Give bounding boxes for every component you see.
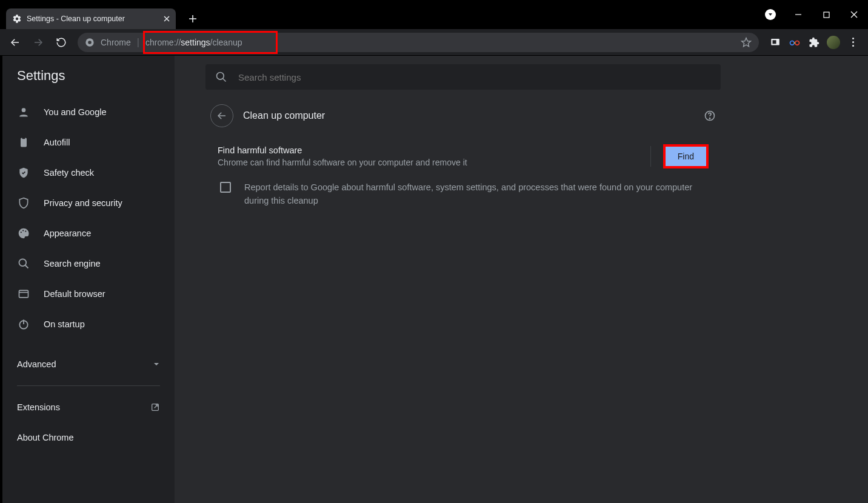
sidebar-item-autofill[interactable]: Autofill [2,127,175,158]
palette-icon [17,227,30,240]
sidebar-item-search-engine[interactable]: Search engine [2,248,175,279]
svg-point-23 [25,231,26,232]
panel-back-button[interactable] [210,104,233,127]
address-bar[interactable]: Chrome | chrome://settings/cleanup [78,33,759,52]
search-icon [215,71,227,83]
sidebar-advanced-toggle[interactable]: Advanced [2,349,175,379]
report-checkbox[interactable] [220,182,231,193]
svg-point-18 [22,108,26,112]
cleanup-panel: Clean up computer Find harmful software … [205,90,721,220]
sidebar-item-label: Default browser [44,289,105,299]
search-icon [17,257,30,270]
find-harmful-subtitle: Chrome can find harmful software on your… [218,158,638,167]
nav-forward-button[interactable] [28,32,48,53]
person-icon [17,105,30,119]
gear-icon [12,14,22,24]
clipboard-icon [17,136,30,149]
tab-title: Settings - Clean up computer [27,15,159,23]
page-content: Settings You and Google Autofill Safety … [0,56,868,503]
browser-tab[interactable]: Settings - Clean up computer [6,8,176,29]
chrome-icon [85,38,95,47]
find-harmful-title: Find harmful software [218,145,638,155]
tab-close-button[interactable] [164,16,170,22]
svg-point-35 [709,118,710,119]
find-button[interactable]: Find [666,147,706,166]
svg-rect-26 [19,290,28,298]
reload-button[interactable] [51,32,72,53]
profile-avatar[interactable] [827,36,840,49]
settings-search-input[interactable] [238,72,711,82]
sidebar-item-on-startup[interactable]: On startup [2,309,175,339]
sidebar-item-default-browser[interactable]: Default browser [2,279,175,309]
sidebar-item-label: You and Google [44,107,106,117]
maximize-button[interactable] [812,5,840,24]
nav-back-button[interactable] [5,32,25,53]
browser-toolbar: Chrome | chrome://settings/cleanup [0,29,868,56]
reader-icon[interactable] [769,36,782,49]
extension-icons [765,36,863,49]
svg-point-24 [19,259,27,267]
sidebar-item-label: On startup [44,319,85,329]
sidebar-item-label: Privacy and security [44,198,122,208]
chrome-menu-button[interactable] [846,38,860,47]
close-window-button[interactable] [840,5,868,24]
svg-point-22 [22,230,24,231]
svg-rect-19 [21,138,27,147]
chevron-down-icon [153,361,160,368]
settings-sidebar: Settings You and Google Autofill Safety … [2,56,175,503]
help-button[interactable] [704,110,716,122]
svg-rect-5 [824,12,829,18]
report-checkbox-label: Report details to Google about harmful s… [244,181,706,208]
svg-line-32 [223,79,226,82]
omnibox-chip: Chrome [101,38,131,47]
svg-point-11 [88,41,92,44]
svg-point-15 [790,41,795,45]
tab-search-button[interactable] [756,5,784,24]
settings-search[interactable] [205,64,721,90]
settings-brand: Settings [2,56,175,93]
open-external-icon [150,402,160,412]
window-titlebar: Settings - Clean up computer [0,0,868,29]
find-button-highlight: Find [663,144,709,168]
minimize-button[interactable] [784,5,812,24]
sidebar-item-label: Safety check [44,168,94,178]
sidebar-item-extensions[interactable]: Extensions [2,392,175,422]
omnibox-url: chrome://settings/cleanup [145,38,242,47]
report-details-row: Report details to Google about harmful s… [218,168,709,208]
sidebar-item-about-chrome[interactable]: About Chrome [2,422,175,453]
panel-title: Clean up computer [243,110,325,121]
sidebar-item-privacy-security[interactable]: Privacy and security [2,188,175,218]
shield-icon [17,196,30,210]
find-harmful-row: Find harmful software Chrome can find ha… [218,144,709,168]
advanced-label: Advanced [17,359,56,369]
extensions-puzzle-icon[interactable] [807,36,821,49]
svg-marker-12 [742,38,751,46]
svg-rect-20 [22,137,25,139]
svg-rect-14 [773,40,776,44]
sidebar-item-you-and-google[interactable]: You and Google [2,97,175,127]
sidebar-item-label: Autofill [44,138,70,147]
bookmark-star-icon[interactable] [741,37,752,48]
extensions-label: Extensions [17,402,60,412]
sidebar-item-appearance[interactable]: Appearance [2,218,175,248]
shield-check-icon [17,166,30,179]
glasses-icon[interactable] [788,36,801,49]
svg-point-16 [795,41,800,45]
sidebar-item-label: Appearance [44,228,91,238]
sidebar-item-safety-check[interactable]: Safety check [2,158,175,188]
about-label: About Chrome [17,433,74,442]
sidebar-item-label: Search engine [44,259,101,268]
new-tab-button[interactable] [184,10,201,27]
browser-window-icon [17,287,30,301]
svg-point-21 [21,232,22,233]
window-controls [756,0,868,29]
svg-point-31 [217,73,224,80]
settings-main: Clean up computer Find harmful software … [175,56,752,503]
power-icon [17,318,30,331]
svg-line-25 [25,265,28,268]
